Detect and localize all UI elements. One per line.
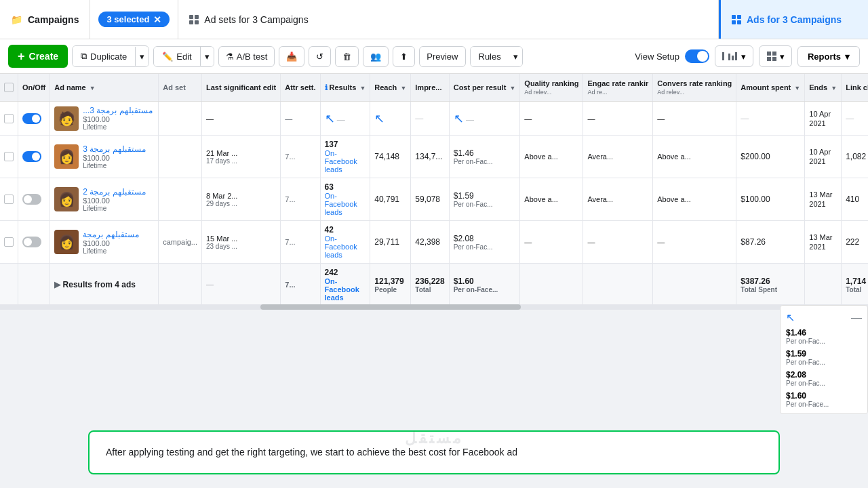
reports-label: Reports xyxy=(808,52,841,62)
columns-button[interactable]: ▾ xyxy=(715,45,753,67)
svg-rect-6 xyxy=(772,57,776,61)
ad-name-text[interactable]: مستقبلهم برمجة 3... xyxy=(83,106,152,115)
row-engagement: — xyxy=(583,102,653,136)
row-cpr: $1.46Per on-Fac... xyxy=(449,136,520,178)
row-amount: $87.26 xyxy=(736,221,805,264)
header-amount: Amount spent ▼ xyxy=(736,74,805,102)
ab-test-button[interactable]: ⚗ A/B test xyxy=(218,46,275,67)
rules-group: Rules ▾ xyxy=(470,46,523,67)
rules-button[interactable]: Rules xyxy=(471,47,509,66)
clear-selection-btn[interactable]: ✕ xyxy=(153,15,161,24)
row-results: 137On-Facebook leads xyxy=(320,136,370,178)
ad-thumbnail: 👩 xyxy=(54,230,79,254)
row-checkbox[interactable] xyxy=(0,102,18,136)
header-quality: Quality rankingAd relev... xyxy=(520,74,583,102)
rules-dropdown[interactable]: ▾ xyxy=(509,47,522,66)
row-link-clicks: 410 xyxy=(842,178,868,221)
layout-icon xyxy=(766,51,777,62)
header-last-edit: Last significant edit xyxy=(201,74,280,102)
row-impressions: 42,398 xyxy=(411,221,449,264)
row-attr: — xyxy=(281,102,320,136)
export-button[interactable]: ⬆ xyxy=(393,46,415,67)
delete-button[interactable]: 🗑 xyxy=(335,46,359,67)
view-setup-toggle[interactable] xyxy=(685,49,709,63)
header-engagement: Engac rate rankirAd re... xyxy=(583,74,653,102)
ads-label: Ads for 3 Campaigns xyxy=(747,14,842,25)
archive-button[interactable]: 📥 xyxy=(279,46,304,67)
edit-label: Edit xyxy=(176,52,191,62)
nav-selected: 3 selected ✕ xyxy=(90,0,178,39)
row-toggle[interactable] xyxy=(18,178,50,221)
svg-rect-1 xyxy=(732,56,734,60)
nav-adsets[interactable]: Ad sets for 3 Campaigns xyxy=(178,0,719,39)
row-engagement: Avera... xyxy=(583,178,653,221)
selected-badge[interactable]: 3 selected ✕ xyxy=(98,12,170,27)
row-amount: — xyxy=(736,102,805,136)
create-button[interactable]: + Create xyxy=(8,45,68,68)
row-conversion: Above a... xyxy=(653,178,736,221)
duplicate-dropdown[interactable]: ▾ xyxy=(136,47,149,66)
rules-label: Rules xyxy=(479,52,501,62)
trash-icon: 🗑 xyxy=(342,52,351,62)
table-row: 👩 مستقبلهم برمجة 3 $100.00 Lifetime 21 M… xyxy=(0,136,868,178)
row-conversion: — xyxy=(653,221,736,264)
row-cpr: $1.59Per on-Fac... xyxy=(449,178,520,221)
ad-name-text[interactable]: مستقبلهم برمجة 2 xyxy=(83,187,145,197)
row-link-clicks: 1,082 xyxy=(842,136,868,178)
row-link-clicks: 222 xyxy=(842,221,868,264)
row-toggle[interactable] xyxy=(18,221,50,264)
summary-label[interactable]: ▶ Results from 4 ads xyxy=(50,264,159,305)
horizontal-scrollbar[interactable] xyxy=(0,304,868,310)
row-checkbox[interactable] xyxy=(0,136,18,178)
header-impressions: Impre... xyxy=(411,74,449,102)
row-toggle[interactable] xyxy=(18,136,50,178)
row-checkbox[interactable] xyxy=(0,178,18,221)
edit-icon: ✏️ xyxy=(162,52,173,62)
header-checkbox[interactable] xyxy=(0,74,18,102)
row-reach: ↖ xyxy=(370,102,411,136)
refresh-button[interactable]: ↺ xyxy=(309,46,331,67)
row-engagement: — xyxy=(583,221,653,264)
row-ends: 13 Mar 2021 xyxy=(805,221,842,264)
edit-button[interactable]: ✏️ Edit xyxy=(154,47,199,66)
reports-chevron-icon: ▾ xyxy=(845,52,850,62)
ads-table: On/Off Ad name ▼ Ad set Last significant… xyxy=(0,74,868,304)
edit-dropdown[interactable]: ▾ xyxy=(201,47,214,66)
row-results: 42On-Facebook leads xyxy=(320,221,370,264)
view-setup-label: View Setup xyxy=(635,52,679,62)
header-link-clicks: Link clicks xyxy=(842,74,868,102)
toolbar: + Create ⧉ Duplicate ▾ ✏️ Edit ▾ ⚗ A/B t… xyxy=(0,39,868,74)
summary-row: ▶ Results from 4 ads — 7... 242 On-Faceb… xyxy=(0,264,868,305)
row-quality: — xyxy=(520,221,583,264)
ads-grid-icon xyxy=(732,15,741,24)
row-reach: 74,148 xyxy=(370,136,411,178)
ads-table-wrapper: On/Off Ad name ▼ Ad set Last significant… xyxy=(0,74,868,304)
row-ad-name: 👩 مستقبلهم برمجة 2 $100.00 Lifetime xyxy=(50,178,159,221)
assign-button[interactable]: 👥 xyxy=(363,46,389,67)
row-results: ↖ — xyxy=(320,102,370,136)
ad-name-text[interactable]: مستقبلهم برمجة xyxy=(83,230,138,239)
scrollbar-thumb[interactable] xyxy=(260,304,521,310)
ad-budget-type: Lifetime xyxy=(83,123,152,131)
columns-icon xyxy=(722,52,725,60)
top-nav: 📁 Campaigns 3 selected ✕ Ad sets for 3 C… xyxy=(0,0,868,39)
row-ends: 10 Apr 2021 xyxy=(805,102,842,136)
refresh-icon: ↺ xyxy=(316,52,323,62)
row-ends: 13 Mar 2021 xyxy=(805,178,842,221)
nav-campaigns[interactable]: 📁 Campaigns xyxy=(0,0,90,39)
row-toggle[interactable] xyxy=(18,102,50,136)
ad-name-text[interactable]: مستقبلهم برمجة 3 xyxy=(83,144,145,154)
duplicate-button[interactable]: ⧉ Duplicate xyxy=(73,46,135,66)
reports-button[interactable]: Reports ▾ xyxy=(797,46,860,67)
layout-button[interactable]: ▾ xyxy=(759,45,792,67)
row-amount: $200.00 xyxy=(736,136,805,178)
header-results: ℹ Results ▼ xyxy=(320,74,370,102)
row-link-clicks: — xyxy=(842,102,868,136)
row-checkbox[interactable] xyxy=(0,221,18,264)
ad-budget: $100.00 xyxy=(83,197,145,205)
svg-rect-4 xyxy=(772,52,776,56)
row-engagement: Avera... xyxy=(583,136,653,178)
nav-ads[interactable]: Ads for 3 Campaigns xyxy=(719,0,868,39)
svg-rect-5 xyxy=(767,57,771,61)
preview-button[interactable]: Preview xyxy=(419,46,465,67)
